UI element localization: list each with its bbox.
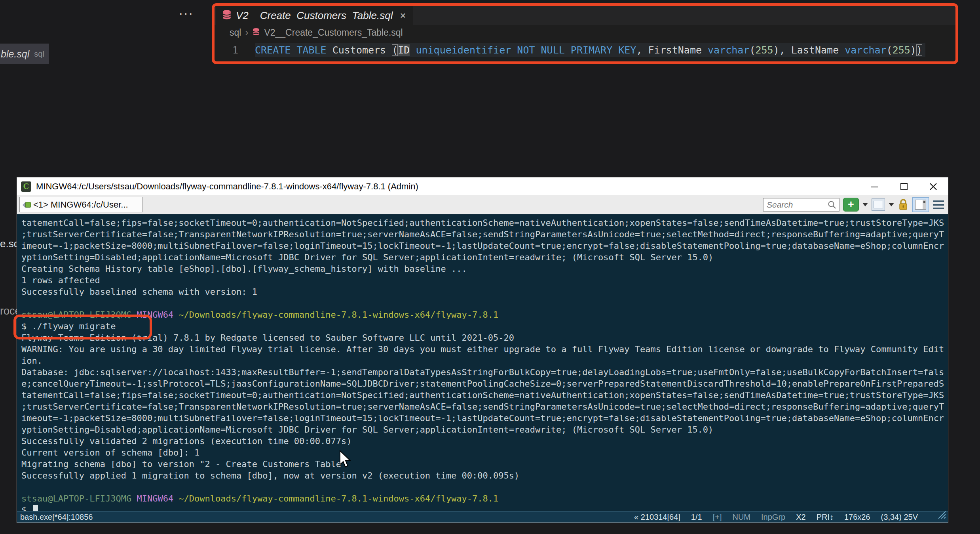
code-token: NOT [517,44,535,56]
code-token: ), LastName [773,44,845,56]
new-console-dropdown-icon[interactable] [862,203,868,206]
terminal-line [21,298,948,309]
chevron-right-icon: › [245,27,248,38]
code-token [291,44,296,56]
terminal-window: C MINGW64:/c/Users/stsau/Downloads/flywa… [17,177,948,523]
status-segment[interactable]: [+] [713,513,722,522]
sql-code: CREATE TABLE Customers (ID uniqueidentif… [255,43,925,57]
code-token: uniqueidentifier [416,44,511,56]
resize-grip[interactable] [936,509,946,521]
code-token: TABLE [296,44,326,56]
code-token: 255 [893,44,910,56]
code-token: ( [887,44,893,56]
editor-more-actions-icon[interactable]: ... [179,2,194,18]
status-segment[interactable]: « 210314[64] [634,513,680,522]
status-segment[interactable]: NUM [732,513,750,522]
terminal-line: stsau@LAPTOP-LFIJ3QMG MINGW64 ~/Download… [21,493,948,504]
terminal-caret [33,505,38,511]
terminal-line: Flyway Teams Edition (trial) 7.8.1 by Re… [21,332,948,343]
code-token [612,44,618,56]
terminal-command: $ ./flyway migrate [21,320,948,332]
breadcrumb-folder[interactable]: sql [230,27,241,38]
terminal-line: yptionSetting=Disabled;applicationName=M… [21,424,948,435]
terminal-line: Creating Schema History table [eShop].[d… [21,263,948,275]
terminal-line: Migrating schema [dbo] to version "2 - C… [21,458,948,470]
code-token [535,44,541,56]
close-button[interactable] [919,177,948,195]
terminal-line: e;cancelQueryTimeout=-1;sslProtocol=TLS;… [21,378,948,389]
code-token: varchar [708,44,749,56]
terminal-line: yptionSetting=Disabled;applicationName=M… [21,252,948,263]
terminal-line: Successfully validated 2 migrations (exe… [21,435,948,447]
terminal-line: stsau@LAPTOP-LFIJ3QMG MINGW64 ~/Download… [21,309,948,320]
terminal-title-bar[interactable]: C MINGW64:/c/Users/stsau/Downloads/flywa… [17,177,948,195]
terminal-line: 1 rows affected [21,275,948,286]
code-token: ID [398,44,410,56]
status-segment[interactable]: 176x26 [844,513,870,522]
lock-icon[interactable] [898,198,909,211]
status-segment[interactable]: (3,34) 25V [881,513,918,522]
terminal-tab-bar: <1> MINGW64:/c/User... + [17,195,948,214]
search-input[interactable] [763,200,827,210]
background-tab-language: sql [34,50,44,59]
code-token: ) [916,44,922,56]
terminal-output[interactable]: tatementCall=false;fips=false;socketTime… [17,214,948,511]
prompt-path: ~/Downloads/flyway-commandline-7.8.1-win… [179,310,498,320]
terminal-line: imeout=-1;packetSize=8000;multiSubnetFai… [21,412,948,424]
desktop: ble.sql sql e.sq roce ... V2__Create_Cus… [0,0,980,534]
code-token [565,44,571,56]
code-token: Customers [327,44,392,56]
terminal-line: Current version of schema [dbo]: 1 [21,447,948,458]
search-icon[interactable] [827,200,839,210]
breadcrumb-file[interactable]: V2__Create_Customers_Table.sql [264,27,403,38]
console-window-dropdown-icon[interactable] [889,203,894,206]
terminal-line: WARNING: You are using a 30 day limited … [21,343,948,355]
terminal-toolbar: + [763,195,945,214]
code-token: CREATE [255,44,291,56]
terminal-line: Successfully applied 1 migration to sche… [21,470,948,481]
code-line-1[interactable]: 1 CREATE TABLE Customers (ID uniqueident… [215,40,955,60]
prompt-env: MINGW64 [137,494,173,503]
code-token: ( [392,44,398,56]
mouse-cursor [339,450,352,471]
editor-tab-sql-file[interactable]: V2__Create_Customers_Table.sql × [216,6,413,25]
code-token: NULL [541,44,565,56]
terminal-status-bar: bash.exe[*64]:10856 « 210314[64]1/1[+]NU… [17,511,948,523]
terminal-line: ion. [21,355,948,366]
terminal-line: Database: jdbc:sqlserver://localhost:143… [21,366,948,378]
shell-icon [23,201,30,208]
status-segment[interactable]: PRI↕ [817,513,834,522]
code-token: PRIMARY [571,44,612,56]
git-bash-icon: C [21,181,31,192]
status-indicators: « 210314[64]1/1[+]NUMInpGrpX2PRI↕176x26(… [623,513,918,522]
status-segment[interactable]: InpGrp [761,513,785,522]
console-window-button[interactable] [872,198,885,211]
code-token: , FirstName [636,44,708,56]
view-mode-button[interactable] [912,197,929,212]
terminal-tab-mingw64[interactable]: <1> MINGW64:/c/User... [19,197,143,212]
database-icon [222,10,232,21]
editor-tab-bar: V2__Create_Customers_Table.sql × [215,6,955,25]
status-segment[interactable]: 1/1 [691,513,702,522]
code-token: KEY [618,44,636,56]
annotation-box-command [13,315,152,339]
menu-icon[interactable] [933,200,945,210]
code-token: varchar [845,44,886,56]
minimize-button[interactable] [860,177,889,195]
code-token [511,44,517,56]
terminal-line: Successfully baselined schema with versi… [21,286,948,298]
new-console-button[interactable]: + [843,198,859,212]
maximize-button[interactable] [889,177,919,195]
code-token: ( [749,44,755,56]
background-tab-filename: ble.sql [1,48,29,60]
terminal-tab-label: <1> MINGW64:/c/User... [33,200,128,210]
terminal-line: ;trustServerCertificate=false;Transparen… [21,401,948,412]
tab-close-icon[interactable]: × [400,10,406,22]
annotation-box-editor: V2__Create_Customers_Table.sql × sql › V… [212,3,958,64]
terminal-line: tatementCall=false;fips=false;socketTime… [21,217,948,229]
code-token [410,44,416,56]
search-box[interactable] [763,198,839,212]
code-token: 255 [755,44,773,56]
breadcrumb[interactable]: sql › V2__Create_Customers_Table.sql [215,25,955,40]
status-segment[interactable]: X2 [796,513,805,522]
